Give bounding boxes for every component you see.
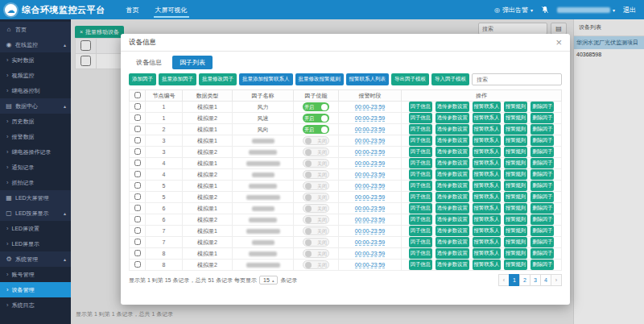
row-action-button[interactable]: 报警联系人 — [473, 226, 501, 236]
enable-toggle[interactable]: 关闭 — [303, 181, 329, 190]
toolbar-button[interactable]: 报警联系人列表 — [346, 73, 390, 85]
row-action-button[interactable]: 报警规则 — [504, 181, 527, 191]
enable-toggle[interactable]: 开启 — [303, 102, 329, 111]
row-action-button[interactable]: 透传参数设置 — [436, 135, 469, 146]
row-action-button[interactable]: 报警联系人 — [473, 135, 501, 146]
pagination-page[interactable]: 1 — [509, 274, 520, 286]
row-action-button[interactable]: 报警联系人 — [473, 203, 501, 214]
row-checkbox[interactable] — [134, 160, 141, 166]
alarm-period-link[interactable]: 00:00-23:59 — [355, 217, 385, 223]
row-action-button[interactable]: 因子信息 — [409, 214, 432, 225]
row-action-button[interactable]: 报警规则 — [504, 102, 527, 112]
row-action-button[interactable]: 删除因子 — [530, 135, 554, 146]
pagination-next[interactable]: › — [551, 274, 562, 286]
row-action-button[interactable]: 透传参数设置 — [436, 124, 469, 135]
row-checkbox[interactable] — [134, 261, 141, 268]
select-all-factors-checkbox[interactable] — [134, 92, 141, 98]
row-checkbox[interactable] — [134, 250, 141, 256]
row-action-button[interactable]: 透传参数设置 — [436, 102, 469, 112]
row-action-button[interactable]: 删除因子 — [530, 169, 554, 180]
row-action-button[interactable]: 透传参数设置 — [436, 192, 469, 202]
row-checkbox[interactable] — [134, 114, 141, 121]
sidebar-item[interactable]: › 账号管理 — [0, 267, 71, 282]
row-action-button[interactable]: 删除因子 — [530, 260, 554, 270]
row-action-button[interactable]: 报警联系人 — [473, 260, 501, 270]
row-action-button[interactable]: 删除因子 — [530, 214, 554, 225]
row-action-button[interactable]: 透传参数设置 — [436, 260, 469, 270]
enable-toggle[interactable]: 关闭 — [303, 159, 329, 168]
enable-toggle[interactable]: 开启 — [303, 114, 329, 123]
sidebar-item[interactable]: › 实时数据 — [0, 52, 71, 68]
alarm-period-link[interactable]: 00:00-23:59 — [355, 172, 385, 178]
row-action-button[interactable]: 因子信息 — [409, 248, 432, 259]
row-action-button[interactable]: 透传参数设置 — [436, 248, 469, 259]
row-action-button[interactable]: 因子信息 — [409, 181, 432, 191]
sidebar-item[interactable]: › 继电器控制 — [0, 83, 71, 98]
row-action-button[interactable]: 报警规则 — [504, 260, 527, 270]
sidebar-group[interactable]: ◉ 在线监控 ▴ — [0, 37, 71, 52]
nav-item[interactable]: 首页 — [118, 0, 147, 19]
row-action-button[interactable]: 报警规则 — [504, 237, 527, 247]
row-action-button[interactable]: 透传参数设置 — [436, 181, 469, 191]
toolbar-button[interactable]: 批量修改报警规则 — [295, 73, 344, 85]
row-checkbox[interactable] — [134, 216, 141, 222]
page-size-select[interactable]: 15 ▴ — [259, 276, 278, 285]
row-checkbox[interactable] — [134, 193, 141, 200]
sidebar-item[interactable]: › 抓拍记录 — [0, 175, 71, 190]
enable-toggle[interactable]: 关闭 — [303, 204, 329, 213]
alarm-period-link[interactable]: 00:00-23:59 — [355, 228, 385, 235]
sidebar-item[interactable]: › 继电器操作记录 — [0, 144, 71, 160]
sidebar-item[interactable]: › 通知记录 — [0, 160, 71, 175]
alarm-period-link[interactable]: 00:00-23:59 — [355, 251, 385, 257]
toolbar-button[interactable]: 导出因子模板 — [391, 73, 429, 85]
row-action-button[interactable]: 透传参数设置 — [436, 169, 469, 180]
pagination-page[interactable]: 3 — [530, 274, 541, 286]
row-action-button[interactable]: 透传参数设置 — [436, 113, 469, 123]
row-action-button[interactable]: 报警规则 — [504, 135, 527, 146]
row-action-button[interactable]: 报警联系人 — [473, 248, 501, 259]
row-action-button[interactable]: 报警联系人 — [473, 169, 501, 180]
toolbar-button[interactable]: 批量添加报警联系人 — [239, 73, 293, 85]
popup-alarm-dropdown[interactable]: ◎ 弹出告警 ▾ — [494, 6, 533, 15]
row-action-button[interactable]: 报警规则 — [504, 214, 527, 225]
row-action-button[interactable]: 删除因子 — [530, 113, 554, 123]
row-action-button[interactable]: 因子信息 — [409, 203, 432, 214]
alarm-period-link[interactable]: 00:00-23:59 — [355, 206, 385, 212]
row-checkbox[interactable] — [134, 239, 141, 245]
row-action-button[interactable]: 删除因子 — [530, 158, 554, 168]
row-action-button[interactable]: 报警规则 — [504, 248, 527, 259]
row-action-button[interactable]: 报警规则 — [504, 147, 527, 157]
sidebar-item[interactable]: › 系统日志 — [0, 297, 71, 313]
row-action-button[interactable]: 报警联系人 — [473, 214, 501, 225]
toolbar-button[interactable]: 添加因子 — [129, 73, 156, 85]
sidebar-item[interactable]: › 视频监控 — [0, 68, 71, 83]
row-action-button[interactable]: 报警规则 — [504, 113, 527, 123]
enable-toggle[interactable]: 关闭 — [303, 136, 329, 145]
alarm-period-link[interactable]: 00:00-23:59 — [355, 104, 385, 110]
enable-toggle[interactable]: 关闭 — [303, 238, 329, 247]
alarm-period-link[interactable]: 00:00-23:59 — [355, 138, 385, 144]
row-action-button[interactable]: 删除因子 — [530, 124, 554, 135]
close-icon[interactable]: × — [555, 37, 562, 48]
sidebar-item[interactable]: › LED屏显示 — [0, 236, 71, 251]
row-action-button[interactable]: 透传参数设置 — [436, 158, 469, 168]
row-action-button[interactable]: 因子信息 — [409, 260, 432, 270]
pagination-prev[interactable]: ‹ — [498, 274, 510, 286]
row-checkbox[interactable] — [134, 171, 141, 177]
row-action-button[interactable]: 透传参数设置 — [436, 214, 469, 225]
enable-toggle[interactable]: 关闭 — [303, 226, 329, 235]
alarm-period-link[interactable]: 00:00-23:59 — [355, 127, 385, 133]
row-action-button[interactable]: 报警联系人 — [473, 102, 501, 112]
row-action-button[interactable]: 报警联系人 — [473, 237, 501, 247]
modal-tab[interactable]: 因子列表 — [172, 56, 213, 69]
pagination-page[interactable]: 4 — [540, 274, 551, 286]
row-checkbox[interactable] — [134, 182, 141, 189]
row-action-button[interactable]: 删除因子 — [530, 181, 554, 191]
row-action-button[interactable]: 因子信息 — [409, 135, 432, 146]
row-action-button[interactable]: 报警联系人 — [473, 113, 501, 123]
logout-button[interactable]: 退出 — [623, 6, 636, 15]
sidebar-item[interactable]: › 设备管理 — [0, 282, 71, 297]
row-action-button[interactable]: 因子信息 — [409, 124, 432, 135]
enable-toggle[interactable]: 开启 — [303, 125, 329, 134]
modal-tab[interactable]: 设备信息 — [129, 56, 169, 69]
